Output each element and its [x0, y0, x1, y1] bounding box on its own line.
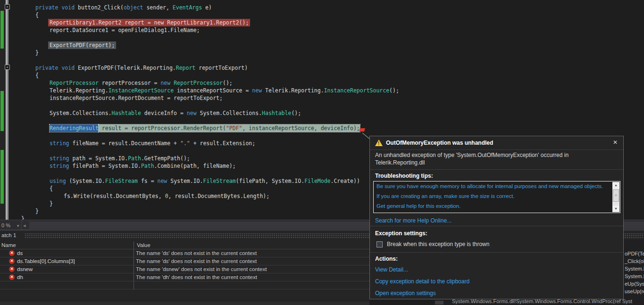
action-link[interactable]: Open exception settings	[375, 290, 436, 297]
break-on-throw-checkbox[interactable]	[376, 241, 383, 247]
code-line[interactable]: string filePath = System.IO.Path.Combine…	[50, 162, 236, 170]
code-line[interactable]: using (System.IO.FileStream fs = new Sys…	[50, 177, 360, 185]
scrollbar-thumb[interactable]: ≡	[613, 190, 619, 202]
callstack-frame[interactable]: eUp(Syste	[625, 280, 644, 288]
vs-debug-screen: -- private void button2_Click(object sen…	[0, 0, 644, 305]
code-line[interactable]: {	[35, 11, 39, 19]
watch-row[interactable]: ✕dsnewThe name 'dsnew' does not exist in…	[0, 265, 434, 273]
background-patch	[369, 299, 434, 305]
watch-hscrollbar[interactable]	[0, 302, 434, 305]
watch-name[interactable]: ds	[17, 249, 23, 257]
callstack-frame[interactable]: _Click(ob	[625, 258, 644, 265]
callstack-scroll-corner	[435, 301, 443, 305]
exception-dialog: ! OutOfMemoryException was unhandled ✕ A…	[369, 136, 624, 299]
troubleshooting-tip-link[interactable]: Get general help for this exception.	[376, 203, 611, 209]
code-line[interactable]: instanceReportSource.ReportDocument = re…	[50, 94, 223, 102]
code-line[interactable]: ReportLibrary1.Report2 report = new Repo…	[50, 19, 250, 26]
code-token: Telerik.Reporting.	[50, 87, 109, 94]
watch-name[interactable]: dsnew	[17, 265, 33, 273]
divider	[370, 252, 623, 253]
code-line[interactable]: System.Collections.Hashtable deviceInfo …	[50, 109, 301, 117]
scroll-up-icon[interactable]: ▲	[612, 182, 619, 189]
code-token: ExportToPDF(Telerik.Reporting.	[75, 65, 176, 71]
change-bar	[0, 11, 4, 49]
callstack-frame[interactable]: System.Ev	[625, 273, 644, 280]
close-icon[interactable]: ✕	[613, 139, 618, 146]
code-token: EventArgs	[173, 4, 202, 11]
exception-message-line1: An unhandled exception of type 'System.O…	[375, 152, 569, 158]
margin-strip	[6, 0, 8, 220]
code-line[interactable]: }	[50, 200, 53, 207]
scroll-left-icon[interactable]: ◂	[23, 222, 26, 229]
code-token: ReportProcessor	[50, 80, 99, 86]
code-token: void	[61, 4, 75, 11]
watch-row[interactable]: ✕dsThe name 'ds' does not exist in the c…	[0, 249, 434, 257]
code-line[interactable]: private void ExportToPDF(Telerik.Reporti…	[35, 64, 248, 72]
code-line[interactable]: Telerik.Reporting.InstanceReportSource i…	[50, 87, 399, 94]
code-token: fs.Write(result.DocumentBytes,	[64, 193, 165, 199]
code-token: System.Collections.	[197, 110, 262, 116]
troubleshooting-tip-link[interactable]: If you are creating an array, make sure …	[376, 193, 611, 199]
watch-title[interactable]: atch 1	[1, 232, 16, 238]
column-header-name: Name	[1, 241, 16, 249]
code-token: new	[252, 87, 262, 94]
code-token: , result.DocumentBytes.Length);	[168, 193, 270, 199]
actions-label: Actions:	[375, 256, 398, 262]
callstack-frame[interactable]: useUp(ref	[625, 288, 644, 295]
watch-row[interactable]: ✕dhThe name 'dh' does not exist in the c…	[0, 273, 434, 281]
action-link[interactable]: View Detail...	[375, 266, 408, 273]
code-token: RenderingResult	[50, 125, 99, 132]
code-line[interactable]: }	[21, 215, 25, 220]
watch-value: The name 'ds' does not exist in the curr…	[136, 249, 257, 257]
code-token: string	[50, 155, 69, 162]
watch-grid-header: Name Value	[0, 241, 434, 249]
code-line[interactable]: string path = System.IO.Path.GetTempPath…	[50, 155, 190, 162]
code-line[interactable]: ExportToPDF(report);	[50, 41, 116, 49]
code-token: ReportLibrary1.Report2 report = new Repo…	[50, 19, 249, 26]
code-token: Hashtable	[112, 110, 141, 116]
scroll-down-icon[interactable]: ▼	[612, 206, 619, 212]
code-token: reportProcessor =	[99, 80, 161, 86]
code-token: ();	[291, 110, 301, 116]
code-token: sender,	[143, 4, 173, 11]
code-line[interactable]: {	[35, 72, 39, 79]
code-token: string	[50, 140, 69, 147]
code-line[interactable]: fs.Write(result.DocumentBytes, 0, result…	[64, 192, 269, 200]
error-icon: ✕	[9, 274, 15, 280]
zoom-combobox[interactable]: 0 %▾	[1, 222, 19, 229]
code-token: ExportToPDF(report);	[50, 42, 115, 49]
tips-scrollbar[interactable]: ▲ ≡ ▼	[612, 182, 619, 212]
error-icon: ✕	[9, 250, 15, 256]
code-line[interactable]: RenderingResult result = reportProcessor…	[50, 124, 360, 132]
callstack-frame[interactable]: oPDF(Tele	[625, 250, 644, 257]
code-token: "."	[180, 140, 190, 147]
code-token: 0	[165, 193, 168, 199]
watch-row[interactable]: ✕ds.Tables[0].Columns[3]The name 'ds' do…	[0, 257, 434, 265]
code-token: filePath = System.IO.	[69, 163, 141, 169]
outline-collapse-icon[interactable]: -	[5, 65, 10, 70]
code-token: , instanceReportSource, deviceInfo);	[243, 125, 360, 132]
troubleshooting-tip-link[interactable]: Be sure you have enough memory to alloca…	[376, 183, 611, 189]
code-token: (System.IO.	[66, 178, 105, 184]
code-line[interactable]: private void button2_Click(object sender…	[35, 4, 212, 11]
watch-name[interactable]: ds.Tables[0].Columns[3]	[17, 257, 75, 265]
code-line[interactable]: string fileName = result.DocumentName + …	[50, 140, 255, 147]
checkbox-label: Break when this exception type is thrown	[387, 241, 489, 247]
watch-value: The name 'ds' does not exist in the curr…	[136, 257, 257, 265]
code-line[interactable]: report.DataSource1 = openFileDialog1.Fil…	[50, 26, 200, 34]
search-help-online-link[interactable]: Search for more Help Online...	[375, 217, 452, 224]
code-token: ReportProcessor	[174, 80, 223, 86]
action-link[interactable]: Copy exception detail to the clipboard	[375, 278, 469, 285]
watch-name[interactable]: dh	[17, 273, 23, 281]
code-token: FileMode	[304, 178, 330, 184]
code-token: "PDF"	[226, 125, 243, 132]
exception-message-line2: Telerik.Reporting.dll	[375, 159, 425, 166]
code-token: Hashtable	[262, 110, 291, 116]
watch-row-empty[interactable]	[0, 281, 434, 289]
code-line[interactable]: ReportProcessor reportProcessor = new Re…	[50, 79, 233, 87]
outline-collapse-icon[interactable]: -	[5, 4, 10, 9]
code-line[interactable]: }	[35, 49, 39, 57]
code-line[interactable]: }	[35, 207, 39, 215]
code-line[interactable]: {	[50, 185, 53, 192]
callstack-frame[interactable]: System.E	[625, 265, 644, 272]
